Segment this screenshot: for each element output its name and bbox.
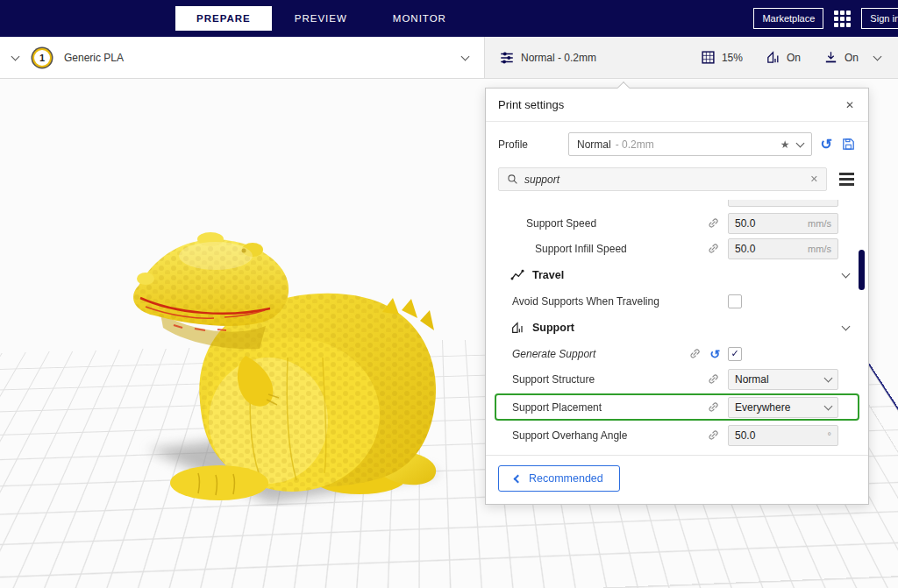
setting-row-support-overhang-angle: Support Overhang Angle 50.0 °	[486, 422, 868, 448]
category-support[interactable]: Support	[486, 314, 868, 341]
star-icon[interactable]: ★	[780, 138, 790, 151]
chevron-down-icon	[795, 138, 804, 147]
recommended-button[interactable]: Recommended	[498, 465, 620, 492]
extruder-badge[interactable]: 1	[32, 48, 52, 67]
marketplace-button[interactable]: Marketplace	[753, 8, 823, 29]
setting-label: Support Infill Speed	[535, 243, 707, 255]
profile-slider-icon	[499, 50, 515, 66]
profile-dropdown[interactable]: Normal - 0.2mm ★	[568, 132, 812, 156]
setting-row-support-speed: Support Speed 50.0 mm/s	[486, 210, 868, 236]
infill-value: 15%	[722, 52, 743, 64]
profile-dropdown-suffix: - 0.2mm	[616, 138, 654, 151]
support-structure-dropdown[interactable]: Normal	[728, 369, 838, 390]
support-icon	[510, 321, 524, 335]
search-icon	[507, 174, 518, 185]
print-settings-panel: Print settings ✕ Profile Normal - 0.2mm …	[485, 88, 869, 505]
infill-icon	[701, 50, 716, 65]
settings-menu-icon[interactable]	[837, 170, 856, 188]
material-selector[interactable]: 1 Generic PLA	[0, 37, 485, 78]
setting-label: Support Placement	[512, 401, 707, 414]
setting-row-support-structure: Support Structure Normal	[486, 366, 868, 392]
link-icon[interactable]	[707, 400, 720, 414]
generate-support-checkbox[interactable]: ✓	[728, 347, 742, 361]
close-icon[interactable]: ✕	[844, 99, 856, 111]
chevron-down-icon	[873, 52, 882, 60]
material-label: Generic PLA	[64, 52, 124, 64]
print-settings-selector[interactable]: Normal - 0.2mm 15% On On	[485, 37, 898, 78]
clear-search-icon[interactable]: ✕	[810, 174, 818, 185]
setting-label: Support Speed	[526, 217, 707, 230]
support-infill-speed-field[interactable]: 50.0 mm/s	[728, 238, 838, 259]
support-overhang-angle-field[interactable]: 50.0 °	[728, 425, 838, 446]
setting-row-generate-support: Generate Support ↺ ✓	[486, 341, 868, 366]
tab-prepare[interactable]: PREPARE	[175, 6, 272, 31]
model-crocodile[interactable]	[121, 226, 472, 507]
setting-label: Avoid Supports When Traveling	[512, 295, 728, 308]
setting-label: Support Structure	[512, 373, 707, 386]
top-bar: PREPARE PREVIEW MONITOR Marketplace Sign…	[0, 0, 898, 37]
setting-row-support-placement-highlighted: Support Placement Everywhere	[495, 393, 859, 421]
panel-scrollbar[interactable]	[859, 250, 865, 290]
chevron-left-icon	[514, 474, 523, 483]
setting-row-avoid-supports: Avoid Supports When Traveling	[486, 288, 868, 314]
save-profile-icon[interactable]	[841, 137, 856, 152]
link-icon[interactable]	[707, 372, 720, 386]
chevron-down-icon	[824, 373, 833, 382]
profile-label: Profile	[498, 138, 559, 151]
link-icon[interactable]	[707, 429, 720, 442]
setting-search-box[interactable]: support ✕	[498, 167, 827, 191]
support-icon	[766, 50, 780, 65]
stage-tabs: PREPARE PREVIEW MONITOR	[175, 0, 469, 37]
adhesion-icon	[823, 50, 838, 65]
apps-grid-icon[interactable]	[834, 11, 851, 27]
setting-label: Generate Support	[512, 348, 688, 360]
chevron-down-icon	[11, 52, 20, 60]
chevron-down-icon	[461, 52, 470, 60]
sign-in-button[interactable]: Sign in	[861, 8, 898, 29]
profile-value: Normal - 0.2mm	[521, 52, 596, 64]
link-icon[interactable]	[688, 347, 702, 360]
link-icon[interactable]	[707, 216, 720, 230]
setting-label: Support Overhang Angle	[512, 429, 707, 442]
support-placement-dropdown[interactable]: Everywhere	[728, 397, 838, 418]
avoid-supports-checkbox[interactable]	[728, 294, 742, 308]
cut-off-row	[486, 200, 868, 210]
tab-monitor[interactable]: MONITOR	[370, 6, 469, 31]
chevron-down-icon	[842, 269, 851, 278]
tab-preview[interactable]: PREVIEW	[272, 6, 370, 31]
configuration-bar: 1 Generic PLA Normal - 0.2mm 15% On	[0, 37, 898, 79]
panel-title: Print settings	[498, 98, 564, 111]
link-icon[interactable]	[707, 242, 720, 255]
support-value: On	[787, 52, 801, 64]
search-input[interactable]: support	[524, 174, 804, 186]
profile-dropdown-value: Normal	[577, 138, 611, 151]
category-label: Support	[532, 322, 574, 334]
category-travel[interactable]: Travel	[486, 261, 868, 288]
adhesion-value: On	[845, 52, 859, 64]
reset-profile-icon[interactable]: ↺	[821, 138, 832, 152]
chevron-down-icon	[824, 401, 833, 410]
support-speed-field[interactable]: 50.0 mm/s	[728, 213, 838, 234]
settings-list: Support Speed 50.0 mm/s Support Infill S…	[486, 198, 868, 455]
setting-row-support-infill-speed: Support Infill Speed 50.0 mm/s	[486, 236, 868, 261]
travel-icon	[510, 268, 524, 282]
reset-setting-icon[interactable]: ↺	[709, 348, 720, 360]
category-label: Travel	[532, 269, 564, 281]
chevron-down-icon	[842, 322, 851, 330]
